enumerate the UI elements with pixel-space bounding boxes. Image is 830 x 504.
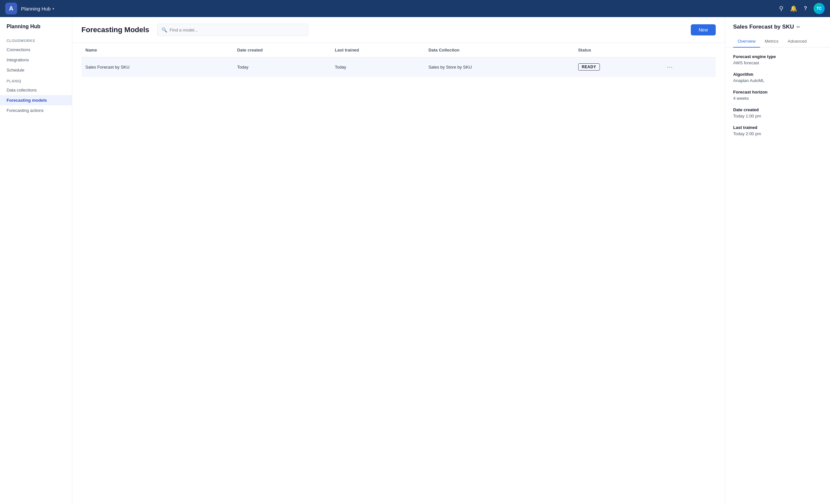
top-nav: A Planning Hub ▾ ⚲ 🔔 ? TC [0, 0, 830, 17]
cell-more: ⋯ [660, 58, 716, 77]
sidebar-item-connections[interactable]: Connections [0, 45, 72, 55]
tab-advanced-label: Advanced [788, 39, 807, 44]
cell-last-trained: Today [331, 58, 424, 77]
col-date-created: Date created [233, 43, 331, 58]
col-name: Name [82, 43, 233, 58]
edit-icon[interactable]: ✏ [797, 24, 800, 30]
search-box-icon: 🔍 [162, 27, 167, 32]
field-date-created-label: Date created [733, 107, 822, 112]
col-data-collection: Data Collection [424, 43, 574, 58]
cell-data-collection: Sales by Store by SKU [424, 58, 574, 77]
tab-metrics[interactable]: Metrics [760, 35, 783, 47]
col-status: Status [574, 43, 660, 58]
sidebar-title: Planning Hub [0, 24, 72, 35]
search-input[interactable] [170, 28, 304, 32]
field-algorithm-value: Anaplan AutoML [733, 78, 822, 83]
field-algorithm: Algorithm Anaplan AutoML [733, 72, 822, 83]
sidebar-item-data-collections[interactable]: Data collections [0, 85, 72, 95]
nav-title[interactable]: Planning Hub ▾ [21, 6, 54, 11]
col-last-trained: Last trained [331, 43, 424, 58]
sidebar-item-integrations-label: Integrations [6, 58, 29, 62]
detail-panel: Sales Forecast by SKU ✏ Overview Metrics… [725, 17, 830, 504]
sidebar-item-forecasting-models-label: Forecasting models [6, 98, 47, 103]
field-algorithm-label: Algorithm [733, 72, 822, 77]
field-forecast-horizon-value: 4 weeks [733, 96, 822, 101]
tab-advanced[interactable]: Advanced [783, 35, 811, 47]
sidebar-section-planiq: PlanIQ [0, 75, 72, 85]
search-box: 🔍 [157, 24, 308, 36]
app-logo[interactable]: A [5, 3, 17, 14]
field-date-created-value: Today 1:00 pm [733, 113, 822, 119]
cell-date-created: Today [233, 58, 331, 77]
field-last-trained-value: Today 2:00 pm [733, 131, 822, 136]
detail-header: Sales Forecast by SKU ✏ Overview Metrics… [725, 17, 830, 47]
avatar[interactable]: TC [813, 3, 825, 14]
field-engine-type-label: Forecast engine type [733, 54, 822, 59]
cell-name: Sales Forecast by SKU [82, 58, 233, 77]
detail-body: Forecast engine type AWS forecast Algori… [725, 47, 830, 143]
new-button[interactable]: New [691, 24, 716, 35]
col-actions [660, 43, 716, 58]
sidebar-item-schedule-label: Schedule [6, 68, 24, 72]
field-forecast-horizon-label: Forecast horizon [733, 90, 822, 95]
sidebar-item-forecasting-models[interactable]: Forecasting models [0, 95, 72, 105]
page-title: Forecasting Models [82, 26, 149, 34]
sidebar-item-schedule[interactable]: Schedule [0, 65, 72, 75]
sidebar-item-forecasting-actions-label: Forecasting actions [6, 108, 44, 113]
detail-title: Sales Forecast by SKU [733, 24, 794, 30]
sidebar-item-data-collections-label: Data collections [6, 88, 37, 93]
field-date-created: Date created Today 1:00 pm [733, 107, 822, 119]
content-header: Forecasting Models 🔍 New [72, 17, 725, 43]
cell-status: READY [574, 58, 660, 77]
tab-overview-label: Overview [738, 39, 756, 44]
field-engine-type-value: AWS forecast [733, 60, 822, 65]
forecasting-models-table: Name Date created Last trained Data Coll… [82, 43, 716, 77]
bell-icon[interactable]: 🔔 [790, 5, 797, 12]
tab-overview[interactable]: Overview [733, 35, 760, 47]
detail-title-row: Sales Forecast by SKU ✏ [733, 24, 822, 30]
table-container: Name Date created Last trained Data Coll… [72, 43, 725, 504]
status-badge: READY [578, 63, 600, 71]
tab-metrics-label: Metrics [765, 39, 778, 44]
sidebar: Planning Hub CloudWorks Connections Inte… [0, 17, 72, 504]
field-engine-type: Forecast engine type AWS forecast [733, 54, 822, 65]
field-last-trained: Last trained Today 2:00 pm [733, 125, 822, 136]
avatar-initials: TC [817, 6, 822, 11]
field-last-trained-label: Last trained [733, 125, 822, 130]
sidebar-item-forecasting-actions[interactable]: Forecasting actions [0, 105, 72, 115]
search-icon[interactable]: ⚲ [779, 5, 784, 12]
logo-letter: A [9, 5, 13, 12]
sidebar-item-integrations[interactable]: Integrations [0, 55, 72, 65]
nav-chevron-icon: ▾ [53, 7, 54, 10]
field-forecast-horizon: Forecast horizon 4 weeks [733, 90, 822, 101]
table-row[interactable]: Sales Forecast by SKU Today Today Sales … [82, 58, 716, 77]
nav-title-text: Planning Hub [21, 6, 51, 11]
help-icon[interactable]: ? [804, 6, 807, 11]
nav-right-actions: ⚲ 🔔 ? TC [779, 3, 825, 14]
sidebar-section-cloudworks: CloudWorks [0, 35, 72, 45]
sidebar-item-connections-label: Connections [6, 47, 30, 52]
more-options-button[interactable]: ⋯ [664, 63, 675, 71]
app-layout: Planning Hub CloudWorks Connections Inte… [0, 17, 830, 504]
main-content: Forecasting Models 🔍 New Name Date creat… [72, 17, 725, 504]
detail-tabs: Overview Metrics Advanced [733, 35, 822, 47]
table-header-row: Name Date created Last trained Data Coll… [82, 43, 716, 58]
